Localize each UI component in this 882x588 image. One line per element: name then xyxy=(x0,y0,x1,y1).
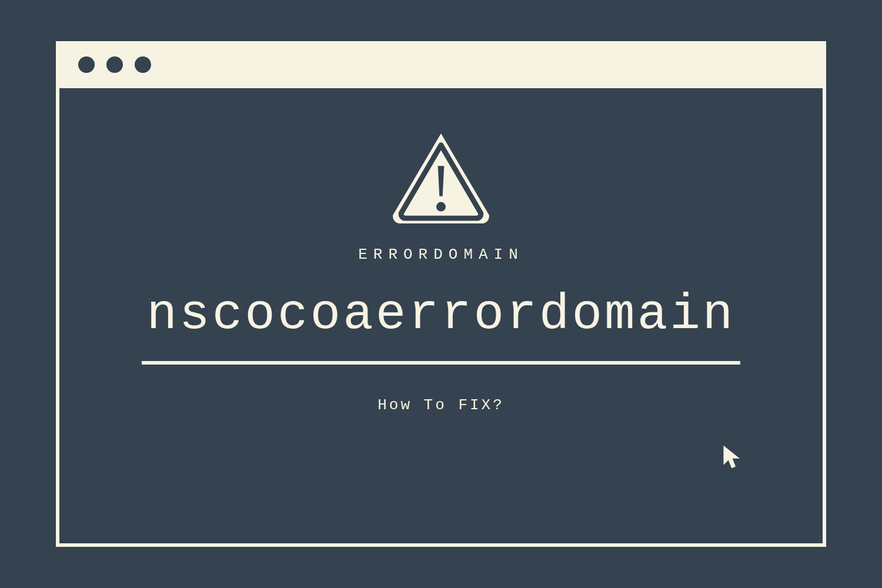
error-domain-label: ERRORDOMAIN xyxy=(358,246,524,263)
traffic-light-dot[interactable] xyxy=(78,56,95,73)
warning-triangle-icon xyxy=(388,129,494,223)
cursor-arrow-icon xyxy=(720,444,746,470)
traffic-light-dot[interactable] xyxy=(135,56,151,73)
error-title: nscocoaerrordomain xyxy=(147,286,736,343)
browser-window: ERRORDOMAIN nscocoaerrordomain How To FI… xyxy=(56,41,826,547)
traffic-light-dot[interactable] xyxy=(106,56,123,73)
subtitle-text: How To FIX? xyxy=(377,396,505,414)
divider-line xyxy=(142,361,740,365)
window-titlebar xyxy=(56,41,826,88)
svg-point-0 xyxy=(436,202,446,212)
window-content: ERRORDOMAIN nscocoaerrordomain How To FI… xyxy=(56,88,826,547)
